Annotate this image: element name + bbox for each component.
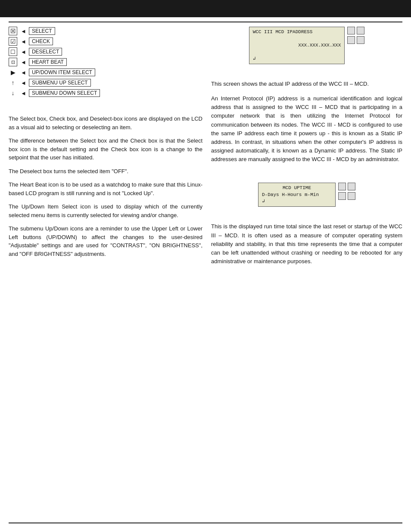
left-column: ☒ ◄ SELECT ☑ ◄ CHECK ☐ ◄ DESELECT [9, 22, 207, 272]
legend-row-heartbeat: ⊡ ◄ HEART BEAT [9, 58, 202, 66]
bottom-rule [9, 523, 402, 523]
lcd-uptime-panel: MCD UPTIME D-Days H-Hours m-Min ↲ [258, 183, 355, 207]
lcd-ip-wrapper: WCC III MCD IPADDRESS XXX.XXX.XXX.XXX ↲ [211, 27, 402, 73]
heartbeat-label: HEART BEAT [29, 58, 67, 66]
arrow-check: ◄ [21, 38, 26, 45]
lcd-uptime-btn-br[interactable] [348, 192, 355, 200]
submenu-down-icon: ↓ [9, 89, 17, 97]
submenu-up-icon: ↑ [9, 78, 17, 87]
para-uptime-screen: This is the displayed run time total sin… [211, 222, 402, 266]
para-submenu: The submenu Up/Down icons are a reminder… [9, 224, 202, 258]
spacer1 [9, 106, 202, 115]
lcd-uptime-buttons [338, 183, 355, 200]
select-icon: ☒ [9, 27, 17, 35]
legend-row-submenu-up: ↑ ◄ SUBMENU UP SELECT [9, 78, 202, 87]
arrow-heartbeat: ◄ [21, 59, 26, 65]
submenu-down-label: SUBMENU DOWN SELECT [29, 89, 100, 97]
para-ip-explanation: An Internet Protocol (IP) address is a n… [211, 94, 402, 164]
legend-row-deselect: ☐ ◄ DESELECT [9, 47, 202, 56]
arrow-deselect: ◄ [21, 49, 26, 55]
legend-row-check: ☑ ◄ CHECK [9, 37, 202, 46]
lcd-ip-line1: WCC III MCD IPADDRESS [253, 29, 341, 35]
check-icon: ☑ [9, 37, 17, 46]
lcd-uptime-cursor: ↲ [262, 198, 332, 205]
para-difference: The difference between the Select box an… [9, 137, 202, 162]
header-bar [0, 0, 411, 17]
lcd-ip-screen: WCC III MCD IPADDRESS XXX.XXX.XXX.XXX ↲ [249, 27, 345, 64]
arrow-updown: ◄ [21, 69, 26, 76]
lcd-ip-btn-bl[interactable] [347, 36, 355, 44]
arrow-submenu-up: ◄ [21, 80, 26, 86]
updown-icon: ▶ [9, 68, 17, 77]
arrow-submenu-down: ◄ [21, 90, 26, 96]
lcd-ip-btn-br[interactable] [357, 36, 364, 44]
lcd-uptime-line1: MCD UPTIME [262, 185, 332, 191]
para-ip-screen: This screen shows the actual IP address … [211, 80, 402, 88]
content-area: ☒ ◄ SELECT ☑ ◄ CHECK ☐ ◄ DESELECT [0, 22, 411, 298]
submenu-up-label: SUBMENU UP SELECT [29, 79, 91, 87]
lcd-uptime-btn-tl[interactable] [338, 183, 346, 190]
lcd-ip-line2-text: XXX.XXX.XXX.XXX [298, 43, 341, 48]
para-heartbeat: The Heart Beat icon is to be used as a w… [9, 180, 202, 197]
right-column: WCC III MCD IPADDRESS XXX.XXX.XXX.XXX ↲ [207, 22, 402, 272]
heartbeat-icon: ⊡ [9, 58, 17, 66]
lcd-uptime-btn-bl[interactable] [338, 192, 346, 200]
lcd-ip-cursor: ↲ [253, 56, 341, 62]
legend-row-select: ☒ ◄ SELECT [9, 27, 202, 35]
lcd-uptime-screen: MCD UPTIME D-Days H-Hours m-Min ↲ [258, 183, 336, 207]
updown-label: UP/DOWN ITEM SELECT [29, 68, 95, 76]
arrow-select: ◄ [21, 28, 26, 34]
deselect-label: DESELECT [29, 48, 62, 56]
lcd-ip-line2: XXX.XXX.XXX.XXX [253, 35, 341, 55]
lcd-uptime-wrapper: MCD UPTIME D-Days H-Hours m-Min ↲ [211, 183, 402, 215]
lcd-ip-panel: WCC III MCD IPADDRESS XXX.XXX.XXX.XXX ↲ [249, 27, 365, 64]
lcd-ip-btn-tl[interactable] [347, 27, 355, 34]
lcd-uptime-line2: D-Days H-Hours m-Min [262, 192, 332, 198]
two-column-layout: ☒ ◄ SELECT ☑ ◄ CHECK ☐ ◄ DESELECT [9, 22, 402, 272]
legend-row-updown: ▶ ◄ UP/DOWN ITEM SELECT [9, 68, 202, 77]
select-label: SELECT [29, 27, 55, 35]
para-updown: The Up/Down Item Select icon is used to … [9, 202, 202, 219]
spacer2 [211, 170, 402, 178]
para-select-check-deselect: The Select box, Check box, and Deselect-… [9, 115, 202, 131]
check-label: CHECK [29, 37, 53, 45]
legend-row-submenu-down: ↓ ◄ SUBMENU DOWN SELECT [9, 89, 202, 97]
lcd-ip-buttons [347, 27, 364, 44]
icon-legend: ☒ ◄ SELECT ☑ ◄ CHECK ☐ ◄ DESELECT [9, 27, 202, 97]
page-wrapper: ☒ ◄ SELECT ☑ ◄ CHECK ☐ ◄ DESELECT [0, 0, 411, 532]
deselect-icon: ☐ [9, 47, 17, 56]
lcd-ip-btn-tr[interactable] [357, 27, 364, 34]
lcd-uptime-btn-tr[interactable] [348, 183, 355, 190]
para-deselect-off: The Deselect box turns the selected item… [9, 167, 202, 176]
